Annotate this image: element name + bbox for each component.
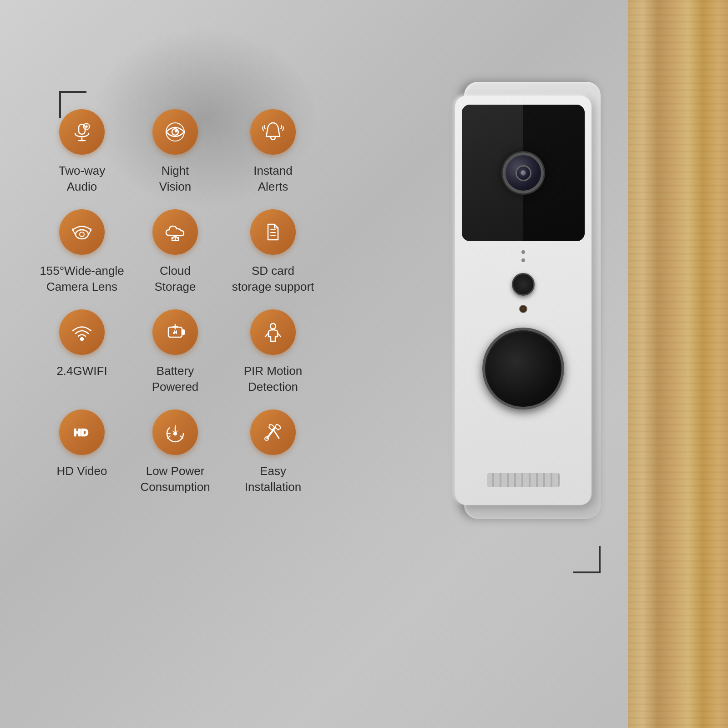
doorbell-speaker-button[interactable] bbox=[512, 273, 535, 296]
camera-lens-center bbox=[521, 170, 526, 176]
svg-point-24 bbox=[270, 324, 276, 329]
doorbell-speaker-button-area[interactable] bbox=[512, 273, 535, 296]
cloud-icon bbox=[164, 221, 187, 243]
feature-instant-alerts: Instand Alerts bbox=[223, 105, 323, 205]
feature-wifi: 2.4GWIFI bbox=[36, 305, 127, 405]
low-power-icon-circle bbox=[152, 410, 198, 455]
feature-low-power: Low Power Consumption bbox=[127, 405, 223, 505]
wrench-icon bbox=[262, 421, 284, 444]
feature-pir-motion: PIR Motion Detection bbox=[223, 305, 323, 405]
corner-bracket-bottom-right bbox=[573, 546, 601, 573]
bell-icon bbox=[262, 121, 284, 143]
doorbell-bottom-grille bbox=[487, 473, 560, 487]
svg-point-9 bbox=[76, 230, 88, 239]
two-way-audio-label: Two-way Audio bbox=[59, 163, 106, 195]
svg-point-19 bbox=[81, 338, 83, 340]
night-vision-icon-circle bbox=[152, 109, 198, 155]
dot-2 bbox=[521, 258, 525, 262]
feature-two-way-audio: Two-way Audio bbox=[36, 105, 127, 205]
battery-label: Battery Powered bbox=[152, 363, 199, 395]
hd-video-label: HD Video bbox=[57, 463, 107, 479]
doorbell-device bbox=[455, 82, 610, 528]
person-icon bbox=[262, 321, 284, 344]
svg-point-10 bbox=[80, 232, 84, 237]
feature-sd-card: SD card storage support bbox=[223, 205, 323, 305]
feature-cloud-storage: Cloud Storage bbox=[127, 205, 223, 305]
svg-text:HD: HD bbox=[74, 427, 88, 438]
feature-hd-video: HD HD Video bbox=[36, 405, 127, 505]
low-power-label: Low Power Consumption bbox=[140, 463, 210, 495]
pir-motion-icon-circle bbox=[250, 309, 296, 355]
wide-angle-label: 155°Wide-angle Camera Lens bbox=[40, 263, 124, 295]
feature-battery: Battery Powered bbox=[127, 305, 223, 405]
svg-rect-21 bbox=[182, 330, 184, 334]
wifi-icon bbox=[71, 321, 93, 344]
camera-section bbox=[462, 105, 585, 241]
camera-wide-icon bbox=[71, 221, 93, 243]
features-grid: Two-way Audio Night Vision Instand Alert bbox=[36, 105, 323, 505]
wifi-icon-circle bbox=[59, 309, 105, 355]
camera-lens bbox=[503, 152, 544, 193]
feature-easy-install: Easy Installation bbox=[223, 405, 323, 505]
cloud-storage-icon-circle bbox=[152, 209, 198, 255]
wood-grain-texture bbox=[628, 0, 728, 728]
feature-wide-angle: 155°Wide-angle Camera Lens bbox=[36, 205, 127, 305]
two-way-audio-icon-circle bbox=[59, 109, 105, 155]
wifi-label: 2.4GWIFI bbox=[56, 363, 107, 379]
night-vision-label: Night Vision bbox=[159, 163, 191, 195]
instant-alerts-icon-circle bbox=[250, 109, 296, 155]
svg-line-37 bbox=[273, 429, 279, 438]
dots-indicator bbox=[521, 250, 525, 262]
microphone-icon bbox=[71, 121, 93, 143]
sd-card-icon bbox=[262, 221, 284, 243]
doorbell-main-button[interactable] bbox=[482, 328, 564, 410]
gauge-icon bbox=[164, 421, 187, 444]
battery-icon-circle bbox=[152, 309, 198, 355]
camera-lens-inner bbox=[516, 165, 531, 181]
svg-point-6 bbox=[175, 130, 177, 132]
dot-1 bbox=[521, 250, 525, 254]
hd-video-icon-circle: HD bbox=[59, 410, 105, 455]
eye-icon bbox=[164, 121, 187, 143]
easy-install-label: Easy Installation bbox=[245, 463, 301, 495]
cloud-storage-label: Cloud Storage bbox=[154, 263, 196, 295]
battery-icon bbox=[164, 321, 187, 344]
wide-angle-icon-circle bbox=[59, 209, 105, 255]
doorbell-body bbox=[455, 96, 592, 505]
sd-card-label: SD card storage support bbox=[232, 263, 314, 295]
instant-alerts-label: Instand Alerts bbox=[253, 163, 292, 195]
ir-sensor bbox=[519, 305, 527, 313]
sd-card-icon-circle bbox=[250, 209, 296, 255]
hd-icon: HD bbox=[71, 421, 93, 444]
feature-night-vision: Night Vision bbox=[127, 105, 223, 205]
pir-motion-label: PIR Motion Detection bbox=[244, 363, 303, 395]
wood-panel bbox=[628, 0, 728, 728]
easy-install-icon-circle bbox=[250, 410, 296, 455]
